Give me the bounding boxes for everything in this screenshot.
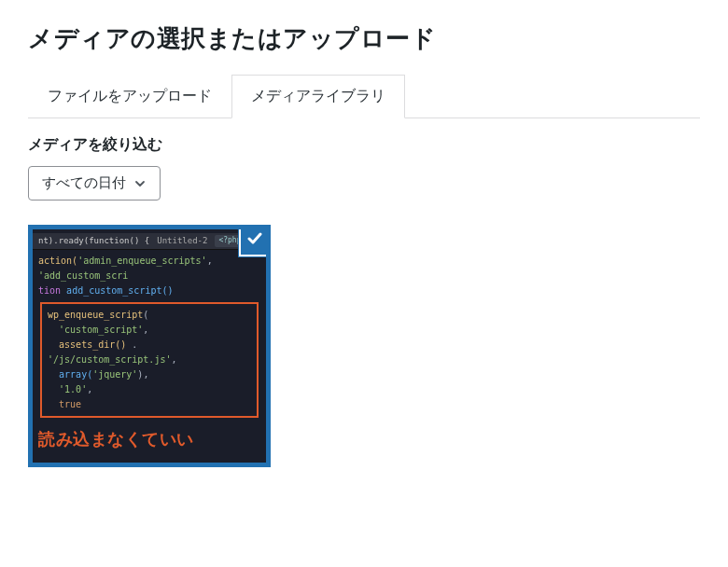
thumb-topbar-tab: Untitled-2 [157,234,207,247]
code-token: true [59,399,81,409]
code-token: . [126,339,137,350]
media-item-selected[interactable]: nt).ready(function() { Untitled-2 <?php … [28,225,271,467]
code-token: ) [137,369,143,380]
tab-upload[interactable]: ファイルをアップロード [28,75,231,118]
code-token: , [207,256,213,266]
thumb-highlight-box: wp_enqueue_script( 'custom_script', asse… [40,302,259,418]
thumb-code-line: tion add_custom_script() [38,284,260,298]
code-token: 'add_custom_scri [38,270,128,281]
thumb-topbar-fn: nt).ready(function() { [38,234,149,247]
thumb-code-line: '1.0', [48,382,251,397]
thumb-code-line: assets_dir() . '/js/custom_script.js', [48,338,251,367]
code-token: assets_dir() [59,339,126,350]
thumb-editor-tabbar: nt).ready(function() { Untitled-2 <?php [33,233,266,250]
thumb-code-line: action('admin_enqueue_scripts', 'add_cus… [38,254,260,284]
code-token: 'jquery' [92,369,137,380]
code-token: array( [59,369,92,380]
filter-label: メディアを絞り込む [28,135,700,155]
code-token: wp_enqueue_script [48,310,143,320]
thumb-code-line: wp_enqueue_script( [48,308,251,323]
media-thumbnail: nt).ready(function() { Untitled-2 <?php … [33,229,266,463]
media-tabs: ファイルをアップロード メディアライブラリ [28,74,700,118]
modal-title: メディアの選択またはアップロード [28,22,700,55]
code-token: tion [38,285,61,296]
thumb-code-line: 'custom_script', [48,323,251,338]
thumb-code-area: action('admin_enqueue_scripts', 'add_cus… [33,250,266,431]
thumb-code-line: array('jquery'), [48,367,251,382]
date-filter-value: すべての日付 [42,174,126,192]
chevron-down-icon [133,177,147,190]
date-filter-select[interactable]: すべての日付 [28,166,161,201]
selection-check-badge[interactable] [239,225,271,256]
code-token: ( [143,310,148,320]
media-grid: nt).ready(function() { Untitled-2 <?php … [28,225,700,467]
code-token: 'admin_enqueue_scripts' [77,256,206,266]
code-token: action( [38,256,77,266]
thumb-caption-text: 読み込まなくていい [33,426,266,453]
tab-library[interactable]: メディアライブラリ [231,75,405,118]
code-token: 'custom_script' [59,325,143,335]
thumb-code-line: true [48,397,251,412]
code-token: '1.0' [59,384,87,394]
check-icon [245,229,264,252]
code-token: '/js/custom_script.js' [48,354,171,365]
code-token: add_custom_script() [61,285,173,296]
